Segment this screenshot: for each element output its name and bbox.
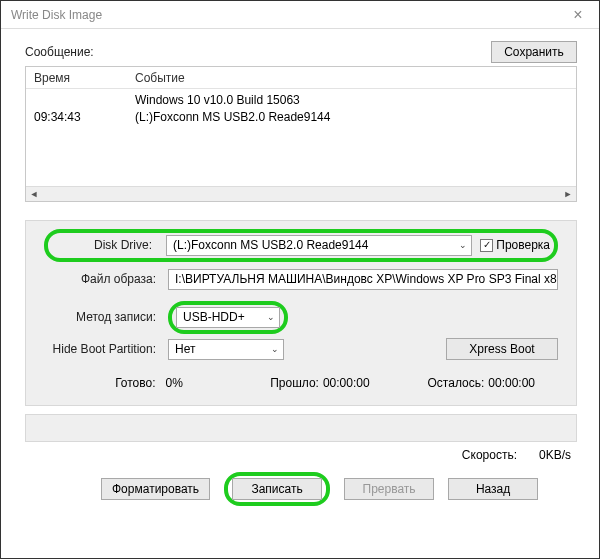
write-method-select[interactable]: USB-HDD+ ⌄ xyxy=(176,307,280,328)
image-file-field[interactable]: I:\ВИРТУАЛЬНЯ МАШИНА\Виндовс XP\Windows … xyxy=(168,269,558,290)
ready-value: 0% xyxy=(166,376,236,390)
chevron-down-icon: ⌄ xyxy=(267,312,275,322)
log-row: Windows 10 v10.0 Build 15063 xyxy=(26,91,576,108)
speed-label: Скорость: xyxy=(462,448,517,462)
abort-button[interactable]: Прервать xyxy=(344,478,434,500)
log-event: Windows 10 v10.0 Build 15063 xyxy=(131,93,576,107)
close-icon[interactable]: × xyxy=(563,6,593,24)
back-button[interactable]: Назад xyxy=(448,478,538,500)
highlight-disk-drive: Disk Drive: (L:)Foxconn MS USB2.0 Reade9… xyxy=(44,229,558,262)
progress-bar xyxy=(25,414,577,442)
highlight-write-button: Записать xyxy=(224,472,330,506)
log-header-event: Событие xyxy=(131,71,576,85)
speed-value: 0KB/s xyxy=(539,448,571,462)
message-label: Сообщение: xyxy=(25,45,94,59)
controls-panel: Disk Drive: (L:)Foxconn MS USB2.0 Reade9… xyxy=(25,220,577,406)
scroll-right-icon[interactable]: ► xyxy=(560,187,576,201)
verify-checkbox[interactable]: ✓ Проверка xyxy=(480,238,550,252)
xpress-boot-button[interactable]: Xpress Boot xyxy=(446,338,558,360)
scroll-track[interactable] xyxy=(42,187,560,201)
window-title: Write Disk Image xyxy=(11,8,102,22)
log-header-time: Время xyxy=(26,71,131,85)
checkbox-box: ✓ xyxy=(480,239,493,252)
highlight-write-method: USB-HDD+ ⌄ xyxy=(168,301,288,334)
image-file-value: I:\ВИРТУАЛЬНЯ МАШИНА\Виндовс XP\Windows … xyxy=(175,272,558,286)
log-row: 09:34:43 (L:)Foxconn MS USB2.0 Reade9144 xyxy=(26,108,576,125)
log-time: 09:34:43 xyxy=(26,110,131,124)
disk-drive-label: Disk Drive: xyxy=(52,238,158,252)
chevron-down-icon: ⌄ xyxy=(271,344,279,354)
disk-drive-select[interactable]: (L:)Foxconn MS USB2.0 Reade9144 ⌄ xyxy=(166,235,472,256)
write-method-value: USB-HDD+ xyxy=(183,310,245,324)
chevron-down-icon: ⌄ xyxy=(459,240,467,250)
disk-drive-value: (L:)Foxconn MS USB2.0 Reade9144 xyxy=(173,238,368,252)
verify-label: Проверка xyxy=(496,238,550,252)
ready-label: Готово: xyxy=(44,376,162,390)
write-method-label: Метод записи: xyxy=(44,310,162,324)
remain-value: 00:00:00 xyxy=(488,376,558,390)
log-hscrollbar[interactable]: ◄ ► xyxy=(26,186,576,201)
format-button[interactable]: Форматировать xyxy=(101,478,210,500)
titlebar: Write Disk Image × xyxy=(1,1,600,29)
image-file-label: Файл образа: xyxy=(44,272,162,286)
log-box: Время Событие Windows 10 v10.0 Build 150… xyxy=(25,66,577,202)
elapsed-label: Прошло: xyxy=(239,376,319,390)
hide-boot-value: Нет xyxy=(175,342,195,356)
elapsed-value: 00:00:00 xyxy=(323,376,403,390)
hide-boot-label: Hide Boot Partition: xyxy=(44,342,162,356)
log-event: (L:)Foxconn MS USB2.0 Reade9144 xyxy=(131,110,576,124)
save-button[interactable]: Сохранить xyxy=(491,41,577,63)
log-header: Время Событие xyxy=(26,67,576,89)
hide-boot-select[interactable]: Нет ⌄ xyxy=(168,339,284,360)
scroll-left-icon[interactable]: ◄ xyxy=(26,187,42,201)
remain-label: Осталось: xyxy=(407,376,485,390)
write-button[interactable]: Записать xyxy=(232,478,322,500)
